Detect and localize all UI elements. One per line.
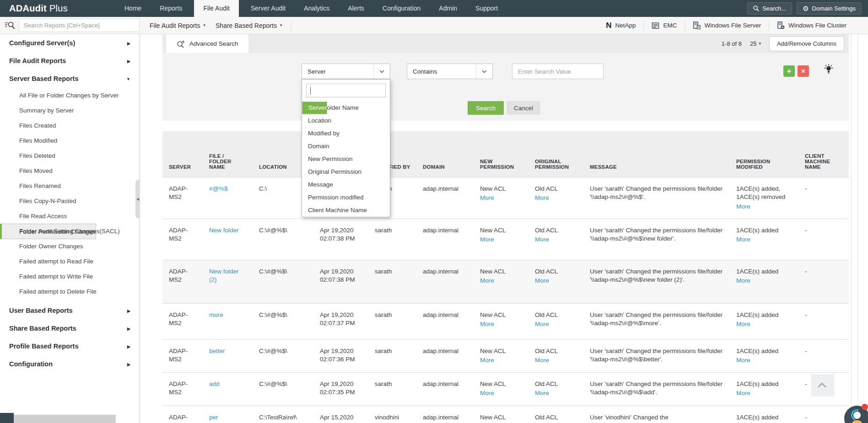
- more-link[interactable]: More: [535, 389, 578, 398]
- more-link[interactable]: More: [480, 320, 523, 329]
- dropdown-option-domain[interactable]: Domain: [302, 140, 390, 153]
- more-link[interactable]: More: [535, 356, 578, 365]
- dropdown-option-permission-modified[interactable]: Permission modified: [302, 191, 390, 204]
- more-link[interactable]: More: [480, 356, 523, 365]
- subnav-item-windows-file-cluster[interactable]: Windows File Cluster: [769, 21, 854, 29]
- add-criteria-button[interactable]: +: [783, 65, 795, 77]
- sidebar-item-failed-attempt-to-read-file[interactable]: Failed attempt to Read File: [0, 254, 140, 269]
- sidebar-item-files-copy-n-pasted[interactable]: Files Copy-N-Pasted: [0, 193, 140, 209]
- sidebar-scrollbar-track[interactable]: [14, 415, 116, 423]
- dropdown-option-client-machine-name[interactable]: Client Machine Name: [302, 204, 390, 217]
- subnav-item-netapp[interactable]: N NetApp: [598, 21, 643, 30]
- cell-new-permission: New ACLMore: [474, 219, 528, 260]
- nav-tab-configuration[interactable]: Configuration: [376, 0, 427, 17]
- sidebar-section-configured-server-s[interactable]: Configured Server(s)▶: [0, 34, 140, 52]
- sidebar-section-share-based-reports[interactable]: Share Based Reports▶: [0, 320, 140, 337]
- file-folder-link[interactable]: better: [209, 348, 225, 354]
- more-link[interactable]: More: [736, 320, 793, 329]
- more-link[interactable]: More: [535, 236, 578, 244]
- sidebar-item-summary-by-server[interactable]: Summary by Server: [0, 103, 140, 118]
- cell-domain: adap.internal: [416, 177, 474, 219]
- scroll-to-top-button[interactable]: [811, 374, 834, 396]
- subnav-item-windows-file-server[interactable]: Windows File Server: [685, 21, 769, 29]
- dropdown-option-message[interactable]: Message: [302, 178, 390, 191]
- search-button[interactable]: Search: [468, 101, 504, 115]
- more-link[interactable]: More: [480, 277, 523, 285]
- more-link[interactable]: More: [736, 389, 793, 398]
- global-search-button[interactable]: Search...: [747, 2, 792, 15]
- cell-permission-modified: 1ACE(s) addedMore: [730, 339, 798, 372]
- file-folder-link[interactable]: New folder: [209, 227, 239, 234]
- domain-settings-button[interactable]: ⚙ Domain Settings: [797, 2, 862, 15]
- sidebar-item-all-file-or-folder-changes-by-server[interactable]: All File or Folder Changes by Server: [0, 88, 140, 103]
- nav-tab-file-audit[interactable]: File Audit: [194, 0, 239, 17]
- file-folder-link[interactable]: per: [209, 414, 218, 421]
- file-folder-link[interactable]: more: [209, 311, 223, 318]
- advanced-search-label: Advanced Search: [189, 40, 238, 47]
- more-link[interactable]: More: [480, 194, 523, 203]
- nav-tab-analytics[interactable]: Analytics: [297, 0, 336, 17]
- add-remove-columns-button[interactable]: Add/Remove Columns: [769, 36, 844, 51]
- nav-tab-server-audit[interactable]: Server Audit: [244, 0, 292, 17]
- tips-bulb-icon[interactable]: [823, 64, 834, 77]
- more-link[interactable]: More: [480, 236, 523, 244]
- sidebar-item-files-deleted[interactable]: Files Deleted: [0, 148, 140, 163]
- file-folder-link[interactable]: add: [209, 380, 220, 387]
- dropdown-option-modified-by[interactable]: Modified by: [302, 127, 390, 140]
- cell-server: ADAP-MS2: [162, 303, 203, 339]
- more-link[interactable]: More: [736, 203, 793, 211]
- sidebar-item-files-renamed[interactable]: Files Renamed: [0, 178, 140, 193]
- sidebar-item-failed-attempt-to-write-file[interactable]: Failed attempt to Write File: [0, 269, 140, 284]
- sidebar-section-profile-based-reports[interactable]: Profile Based Reports▶: [0, 337, 140, 355]
- subnav-item-emc[interactable]: EMC: [644, 22, 685, 29]
- dropdown-option-original-permission[interactable]: Original Permission: [302, 166, 390, 178]
- menu-file-audit-reports[interactable]: File Audit Reports ▾: [150, 22, 205, 29]
- remove-criteria-button[interactable]: ✕: [798, 65, 809, 77]
- dropdown-option-new-permission[interactable]: New Permission: [302, 153, 390, 166]
- dropdown-filter-input[interactable]: [306, 84, 386, 97]
- cancel-button[interactable]: Cancel: [507, 101, 540, 115]
- dropdown-option-location[interactable]: Location: [302, 114, 390, 127]
- more-link[interactable]: More: [480, 389, 523, 398]
- app-logo[interactable]: ADAudit Plus: [0, 0, 88, 17]
- menu-share-based-reports[interactable]: Share Based Reports ▾: [216, 22, 282, 29]
- nav-tab-reports[interactable]: Reports: [153, 0, 189, 17]
- more-link[interactable]: More: [535, 320, 578, 329]
- reports-search-input[interactable]: [19, 19, 140, 32]
- nav-tab-support[interactable]: Support: [469, 0, 504, 17]
- sidebar-section-configuration[interactable]: Configuration▶: [0, 355, 140, 373]
- more-link[interactable]: More: [736, 277, 793, 285]
- sidebar-item-folder-audit-setting-changes-sacl[interactable]: Folder Audit Setting Changes(SACL): [0, 224, 140, 239]
- cell-permission-modified: 1ACE(s) addedMore: [730, 219, 798, 260]
- advanced-search-tab[interactable]: Advanced Search: [166, 34, 248, 53]
- app-logo-light: Plus: [49, 3, 68, 13]
- operator-select[interactable]: Contains: [407, 64, 493, 79]
- file-folder-link[interactable]: #@%$: [209, 185, 228, 192]
- search-value-input[interactable]: [512, 64, 604, 79]
- nav-tab-admin[interactable]: Admin: [432, 0, 464, 17]
- sidebar-collapse-handle[interactable]: ◀: [135, 180, 140, 219]
- sidebar-section-file-audit-reports[interactable]: File Audit Reports▶: [0, 52, 140, 70]
- cell-client-machine-name: -: [798, 177, 849, 219]
- sidebar-item-folder-owner-changes[interactable]: Folder Owner Changes: [0, 239, 140, 254]
- more-link[interactable]: More: [535, 194, 578, 203]
- cell-domain: adap.internal: [416, 339, 474, 372]
- sidebar-item-file-read-access[interactable]: File Read Access: [0, 209, 140, 224]
- nav-tab-alerts[interactable]: Alerts: [341, 0, 371, 17]
- field-select[interactable]: Server: [302, 64, 390, 79]
- top-nav-right: Search... ⚙ Domain Settings: [747, 0, 868, 17]
- more-link[interactable]: More: [736, 236, 793, 244]
- chevron-right-icon: ▶: [127, 35, 130, 53]
- sidebar-section-user-based-reports[interactable]: User Based Reports▶: [0, 302, 140, 320]
- page-size-select[interactable]: 25 ▾: [750, 40, 761, 47]
- sidebar-item-failed-attempt-to-delete-file[interactable]: Failed attempt to Delete File: [0, 284, 140, 299]
- sidebar-item-files-moved[interactable]: Files Moved: [0, 163, 140, 178]
- sidebar-item-files-created[interactable]: Files Created: [0, 118, 140, 133]
- more-link[interactable]: More: [736, 356, 793, 365]
- more-link[interactable]: More: [535, 277, 578, 285]
- dropdown-option-server[interactable]: Server: [302, 102, 327, 114]
- nav-tab-home[interactable]: Home: [118, 0, 148, 17]
- file-folder-link[interactable]: New folder (2): [209, 268, 239, 284]
- sidebar-section-server-based-reports[interactable]: Server Based Reports▼: [0, 70, 140, 88]
- sidebar-item-files-modified[interactable]: Files Modified: [0, 133, 140, 148]
